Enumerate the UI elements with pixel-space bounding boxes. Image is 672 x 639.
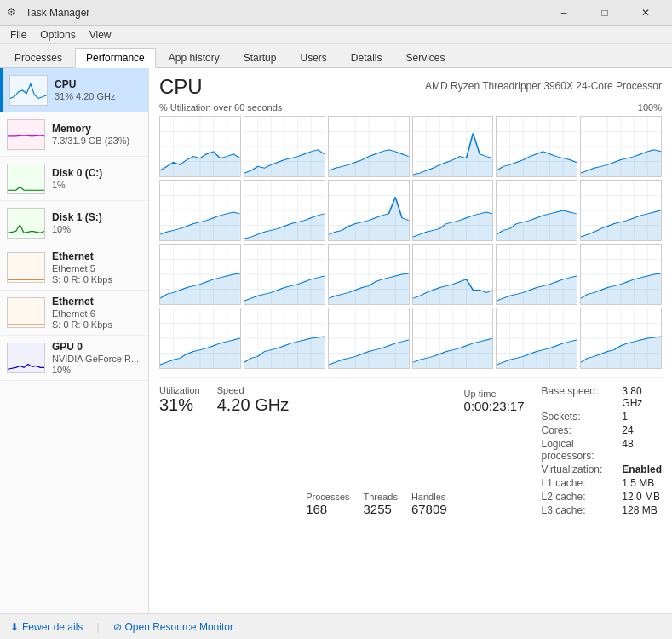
sidebar-item-eth6[interactable]: Ethernet Ethernet 6 S: 0 R: 0 Kbps <box>0 291 148 336</box>
tab-services[interactable]: Services <box>395 48 457 67</box>
content-area: CPU AMD Ryzen Threadripper 3960X 24-Core… <box>149 68 672 613</box>
fewer-details-icon: ⬇ <box>10 621 19 633</box>
sidebar-disk0-graph <box>7 164 45 194</box>
cpu-core-6 <box>159 180 241 241</box>
sidebar-eth5-info: Ethernet Ethernet 5 S: 0 R: 0 Kbps <box>52 250 141 285</box>
stats-area: Utilization 31% Speed 4.20 GHz Processes… <box>159 377 662 516</box>
tab-performance[interactable]: Performance <box>75 48 156 68</box>
tab-users[interactable]: Users <box>289 48 337 67</box>
maximize-button[interactable]: □ <box>585 0 624 26</box>
cpu-core-19 <box>244 308 325 369</box>
sidebar-cpu-graph <box>9 75 48 106</box>
speed-stat-label: Speed <box>217 385 289 395</box>
cores-val: 24 <box>622 424 662 436</box>
uptime-value: 0:00:23:17 <box>464 399 525 413</box>
utilization-stat-label: Utilization <box>159 385 200 395</box>
handles-label: Handles <box>411 492 447 502</box>
svg-rect-5 <box>8 298 44 327</box>
sidebar: CPU 31% 4.20 GHz Memory 7.3/31.9 GB (23%… <box>0 68 149 613</box>
open-resource-monitor-link[interactable]: ⊘ Open Resource Monitor <box>113 621 233 633</box>
resource-monitor-icon: ⊘ <box>113 621 122 633</box>
tab-startup[interactable]: Startup <box>233 48 288 67</box>
stat-uptime: Up time 0:00:23:17 <box>464 385 525 516</box>
tab-bar: Processes Performance App history Startu… <box>0 44 672 68</box>
cpu-core-14 <box>328 244 410 305</box>
stat-utilization: Utilization 31% <box>159 385 200 516</box>
sidebar-item-gpu[interactable]: GPU 0 NVIDIA GeForce R... 10% <box>0 336 148 381</box>
cpu-core-12 <box>159 244 241 305</box>
tab-processes[interactable]: Processes <box>3 48 73 67</box>
cpu-info-table: Base speed: 3.80 GHz Sockets: 1 Cores: 2… <box>542 385 662 516</box>
close-button[interactable]: ✕ <box>626 0 665 26</box>
max-label: 100% <box>638 102 662 116</box>
l1-val: 1.5 MB <box>622 477 662 489</box>
sidebar-item-eth5[interactable]: Ethernet Ethernet 5 S: 0 R: 0 Kbps <box>0 245 148 291</box>
minimize-button[interactable]: – <box>544 0 583 26</box>
cpu-core-4 <box>496 116 577 177</box>
utilization-label: % Utilization over 60 seconds <box>159 102 282 112</box>
sidebar-memory-name: Memory <box>52 123 141 135</box>
uptime-label: Up time <box>464 389 525 399</box>
bottom-bar: ⬇ Fewer details | ⊘ Open Resource Monito… <box>0 613 672 639</box>
cpu-core-5 <box>580 116 662 177</box>
grid-header: % Utilization over 60 seconds 100% <box>159 102 662 116</box>
sidebar-eth6-name: Ethernet <box>52 296 141 308</box>
threads-label: Threads <box>364 492 398 502</box>
sidebar-memory-info: Memory 7.3/31.9 GB (23%) <box>52 123 141 146</box>
sidebar-eth6-info: Ethernet Ethernet 6 S: 0 R: 0 Kbps <box>52 296 141 330</box>
cpu-core-1 <box>244 116 325 177</box>
cpu-core-0 <box>159 116 241 177</box>
sidebar-cpu-detail: 31% 4.20 GHz <box>55 91 141 101</box>
l2-val: 12.0 MB <box>622 491 662 503</box>
svg-rect-4 <box>8 253 44 282</box>
cpu-core-9 <box>412 180 494 241</box>
title-bar-controls: – □ ✕ <box>544 0 665 26</box>
sidebar-disk0-name: Disk 0 (C:) <box>52 167 141 179</box>
sidebar-disk0-detail: 1% <box>52 180 141 190</box>
cpu-core-10 <box>496 180 577 241</box>
menu-file[interactable]: File <box>3 27 33 43</box>
l3-val: 128 MB <box>622 504 662 516</box>
title-bar-title: Task Manager <box>26 7 544 19</box>
cpu-core-2 <box>328 116 410 177</box>
l1-key: L1 cache: <box>542 477 612 489</box>
sockets-key: Sockets: <box>542 411 612 423</box>
content-title: CPU <box>159 75 203 99</box>
fewer-details-link[interactable]: ⬇ Fewer details <box>10 621 83 633</box>
app-icon: ⚙ <box>7 6 20 20</box>
l2-key: L2 cache: <box>542 491 612 503</box>
sidebar-cpu-info: CPU 31% 4.20 GHz <box>55 78 141 101</box>
cpu-core-20 <box>328 308 410 369</box>
sidebar-disk1-detail: 10% <box>52 224 141 234</box>
open-resource-monitor-text: Open Resource Monitor <box>125 621 233 633</box>
cpu-core-16 <box>496 244 577 305</box>
sidebar-memory-graph <box>7 119 45 150</box>
sidebar-item-memory[interactable]: Memory 7.3/31.9 GB (23%) <box>0 112 148 157</box>
tab-details[interactable]: Details <box>340 48 393 67</box>
sidebar-disk0-info: Disk 0 (C:) 1% <box>52 167 141 190</box>
sidebar-gpu-graph <box>7 343 45 373</box>
main-layout: CPU 31% 4.20 GHz Memory 7.3/31.9 GB (23%… <box>0 68 672 613</box>
separator: | <box>96 621 99 633</box>
svg-rect-0 <box>10 76 47 105</box>
logical-key: Logical processors: <box>542 438 612 462</box>
sidebar-item-disk1[interactable]: Disk 1 (S:) 10% <box>0 201 148 245</box>
virt-key: Virtualization: <box>542 463 612 475</box>
tab-app-history[interactable]: App history <box>158 48 231 67</box>
cpu-core-15 <box>412 244 494 305</box>
cpu-model: AMD Ryzen Threadripper 3960X 24-Core Pro… <box>425 80 662 92</box>
sidebar-cpu-name: CPU <box>55 78 141 90</box>
sidebar-eth6-detail1: Ethernet 6 <box>52 308 141 319</box>
svg-rect-3 <box>8 209 44 238</box>
menu-view[interactable]: View <box>83 27 118 43</box>
menu-bar: File Options View <box>0 26 672 44</box>
sidebar-item-cpu[interactable]: CPU 31% 4.20 GHz <box>0 68 148 112</box>
sidebar-item-disk0[interactable]: Disk 0 (C:) 1% <box>0 157 148 201</box>
sidebar-gpu-detail1: NVIDIA GeForce R... <box>52 354 141 364</box>
processes-value: 168 <box>306 502 349 516</box>
cpu-core-13 <box>244 244 325 305</box>
svg-rect-1 <box>8 120 44 149</box>
menu-options[interactable]: Options <box>33 27 82 43</box>
content-header: CPU AMD Ryzen Threadripper 3960X 24-Core… <box>159 75 662 99</box>
virt-val: Enabled <box>622 463 662 475</box>
